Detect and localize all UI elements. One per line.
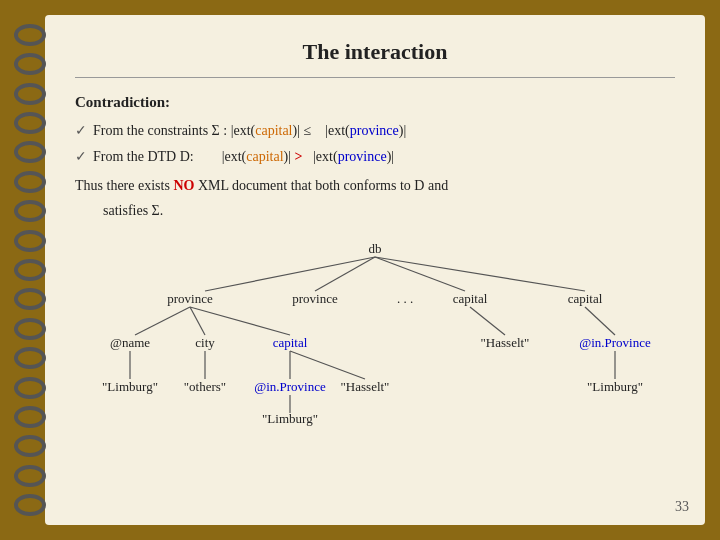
capital-text-1: capital: [255, 123, 292, 138]
svg-line-8: [585, 307, 615, 335]
spiral-ring: [14, 230, 46, 252]
svg-line-0: [205, 257, 375, 291]
spiral-ring: [14, 465, 46, 487]
tree-svg: db province province . . . capital capit…: [75, 230, 675, 430]
slide-title: The interaction: [75, 39, 675, 65]
spiral-ring: [14, 288, 46, 310]
limburg2-node: "Limburg": [262, 411, 318, 426]
spiral-ring: [14, 259, 46, 281]
city-node: city: [195, 335, 215, 350]
db-node: db: [369, 241, 382, 256]
province1-node: province: [167, 291, 213, 306]
hasselt1-node: "Hasselt": [481, 335, 530, 350]
spiral-ring: [14, 200, 46, 222]
contradiction-label: Contradiction:: [75, 90, 675, 114]
spiral-ring: [14, 141, 46, 163]
inprovince1-node: @in.Province: [254, 379, 326, 394]
tree-diagram: db province province . . . capital capit…: [75, 230, 675, 430]
slide: The interaction Contradiction: ✓ From th…: [45, 15, 705, 525]
hasselt2-node: "Hasselt": [341, 379, 390, 394]
spiral-ring: [14, 83, 46, 105]
divider: [75, 77, 675, 78]
limburg1-node: "Limburg": [102, 379, 158, 394]
svg-line-6: [190, 307, 290, 335]
spiral-ring: [14, 53, 46, 75]
capital3-node: capital: [273, 335, 308, 350]
checkmark-1: ✓: [75, 120, 87, 142]
province2-node: province: [292, 291, 338, 306]
svg-line-1: [315, 257, 375, 291]
svg-line-7: [470, 307, 505, 335]
satisfies-line: satisfies Σ.: [103, 200, 675, 222]
province-text-2: province: [338, 149, 387, 164]
others-node: "others": [184, 379, 226, 394]
spiral-ring: [14, 347, 46, 369]
no-text: NO: [173, 178, 194, 193]
bullet2-text: From the DTD D: |ext(capital)| > |ext(pr…: [93, 146, 394, 168]
capital2-node: capital: [568, 291, 603, 306]
bullet1-text: From the constraints Σ : |ext(capital)| …: [93, 120, 406, 142]
spiral-ring: [14, 171, 46, 193]
province-text-1: province: [350, 123, 399, 138]
capital-text-2: capital: [246, 149, 283, 164]
gt-sign: >: [295, 149, 303, 164]
bullet-item-1: ✓ From the constraints Σ : |ext(capital)…: [75, 120, 675, 142]
svg-line-2: [375, 257, 465, 291]
inprovince2-node: @in.Province: [579, 335, 651, 350]
spiral-ring: [14, 406, 46, 428]
limburg3-node: "Limburg": [587, 379, 643, 394]
svg-line-12: [290, 351, 365, 379]
page-number: 33: [675, 499, 689, 515]
dots: . . .: [397, 291, 413, 306]
checkmark-2: ✓: [75, 146, 87, 168]
svg-line-4: [135, 307, 190, 335]
spiral-ring: [14, 112, 46, 134]
slide-content: Contradiction: ✓ From the constraints Σ …: [75, 90, 675, 222]
spiral-ring: [14, 494, 46, 516]
name-node: @name: [110, 335, 150, 350]
svg-line-3: [375, 257, 585, 291]
spiral-ring: [14, 24, 46, 46]
spiral-ring: [14, 377, 46, 399]
bullet-item-2: ✓ From the DTD D: |ext(capital)| > |ext(…: [75, 146, 675, 168]
spiral-binding: [0, 0, 60, 540]
thus-line: Thus there exists NO XML document that b…: [75, 175, 675, 196]
svg-line-5: [190, 307, 205, 335]
spiral-ring: [14, 435, 46, 457]
capital1-node: capital: [453, 291, 488, 306]
spiral-ring: [14, 318, 46, 340]
